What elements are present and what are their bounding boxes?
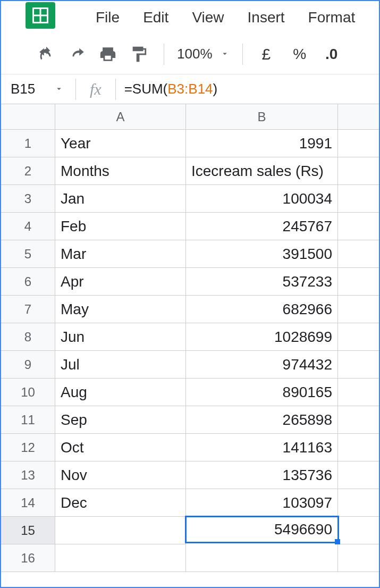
cell-C13[interactable] [338, 461, 379, 489]
row-header-4[interactable]: 4 [1, 213, 55, 240]
cell-B14[interactable]: 103097 [186, 489, 338, 517]
row-header-2[interactable]: 2 [1, 157, 55, 185]
cell-A3[interactable]: Jan [55, 185, 186, 213]
fx-label: fx [76, 80, 115, 98]
formula-bar: B15 fx =SUM(B3:B14) [1, 74, 379, 104]
cell-A16[interactable] [55, 544, 186, 572]
cell-A9[interactable]: Jul [55, 351, 186, 379]
percent-format-button[interactable]: % [282, 46, 317, 63]
cell-A8[interactable]: Jun [55, 323, 186, 351]
cell-A4[interactable]: Feb [55, 213, 186, 240]
cell-A6[interactable]: Apr [55, 268, 186, 296]
menu-insert[interactable]: Insert [238, 4, 294, 31]
cell-C11[interactable] [338, 406, 379, 434]
undo-icon [37, 45, 55, 63]
cell-C9[interactable] [338, 351, 379, 379]
cell-C4[interactable] [338, 213, 379, 240]
cell-B11[interactable]: 265898 [186, 406, 338, 434]
menu-items: File Edit View Insert Format [86, 4, 365, 31]
cell-A1[interactable]: Year [55, 130, 186, 157]
cell-C7[interactable] [338, 296, 379, 323]
row-header-8[interactable]: 8 [1, 323, 55, 351]
sheets-icon [31, 6, 50, 25]
row-header-11[interactable]: 11 [1, 406, 55, 434]
cell-B6[interactable]: 537233 [186, 268, 338, 296]
zoom-value: 100% [177, 46, 213, 62]
cell-B15[interactable]: 5496690 [185, 516, 339, 543]
menu-view[interactable]: View [182, 4, 233, 31]
toolbar-separator [242, 44, 243, 65]
menu-format[interactable]: Format [299, 4, 365, 31]
cell-C10[interactable] [338, 379, 379, 406]
menu-bar: File Edit View Insert Format [1, 1, 379, 34]
zoom-dropdown[interactable]: 100% [172, 46, 235, 62]
cell-A2[interactable]: Months [55, 157, 186, 185]
cell-C16[interactable] [338, 544, 379, 572]
row-header-12[interactable]: 12 [1, 434, 55, 461]
col-header-A[interactable]: A [55, 104, 186, 130]
row-header-7[interactable]: 7 [1, 296, 55, 323]
cell-A10[interactable]: Aug [55, 379, 186, 406]
col-header-C[interactable] [338, 104, 379, 130]
paint-format-icon [130, 45, 148, 63]
row-header-6[interactable]: 6 [1, 268, 55, 296]
cell-A5[interactable]: Mar [55, 240, 186, 268]
cell-B13[interactable]: 135736 [186, 461, 338, 489]
currency-format-button[interactable]: £ [250, 45, 283, 63]
toolbar: 100% £ % .0 [1, 34, 379, 74]
cell-C12[interactable] [338, 434, 379, 461]
formula-suffix: ) [213, 81, 218, 97]
cell-C8[interactable] [338, 323, 379, 351]
cell-reference: B15 [11, 81, 35, 97]
cell-B5[interactable]: 391500 [186, 240, 338, 268]
cell-B8[interactable]: 1028699 [186, 323, 338, 351]
col-header-B[interactable]: B [186, 104, 338, 130]
select-all-corner[interactable] [1, 104, 55, 130]
cell-B1[interactable]: 1991 [186, 130, 338, 157]
row-header-16[interactable]: 16 [1, 544, 55, 572]
cell-C6[interactable] [338, 268, 379, 296]
cell-B7[interactable]: 682966 [186, 296, 338, 323]
cell-C14[interactable] [338, 489, 379, 517]
menu-file[interactable]: File [86, 4, 129, 31]
cell-C15[interactable] [338, 517, 379, 544]
row-header-3[interactable]: 3 [1, 185, 55, 213]
cell-C2[interactable] [338, 157, 379, 185]
cell-A12[interactable]: Oct [55, 434, 186, 461]
row-header-9[interactable]: 9 [1, 351, 55, 379]
formula-prefix: =SUM( [124, 81, 168, 97]
cell-A7[interactable]: May [55, 296, 186, 323]
name-box[interactable]: B15 [1, 81, 75, 97]
row-header-13[interactable]: 13 [1, 461, 55, 489]
cell-C5[interactable] [338, 240, 379, 268]
cell-A11[interactable]: Sep [55, 406, 186, 434]
cell-B3[interactable]: 100034 [186, 185, 338, 213]
row-header-10[interactable]: 10 [1, 379, 55, 406]
cell-B16[interactable] [186, 544, 338, 572]
print-button[interactable] [95, 41, 121, 68]
row-header-15[interactable]: 15 [1, 517, 55, 544]
row-header-14[interactable]: 14 [1, 489, 55, 517]
row-header-5[interactable]: 5 [1, 240, 55, 268]
menu-edit[interactable]: Edit [133, 4, 178, 31]
cell-B10[interactable]: 890165 [186, 379, 338, 406]
cell-B9[interactable]: 974432 [186, 351, 338, 379]
cell-B12[interactable]: 141163 [186, 434, 338, 461]
paint-format-button[interactable] [125, 41, 152, 68]
cell-A14[interactable]: Dec [55, 489, 186, 517]
cell-B2[interactable]: Icecream sales (Rs) [186, 157, 338, 185]
formula-input[interactable]: =SUM(B3:B14) [116, 81, 218, 97]
undo-button[interactable] [33, 41, 60, 68]
cell-A15[interactable] [55, 517, 186, 544]
sheets-app-icon[interactable] [26, 2, 55, 29]
toolbar-separator [164, 44, 164, 65]
row-header-1[interactable]: 1 [1, 130, 55, 157]
decrease-decimal-button[interactable]: .0 [317, 46, 337, 63]
spreadsheet-grid: A B 1 Year 1991 2 Months Icecream sales … [1, 104, 379, 572]
cell-B4[interactable]: 245767 [186, 213, 338, 240]
cell-C1[interactable] [338, 130, 379, 157]
cell-C3[interactable] [338, 185, 379, 213]
redo-button[interactable] [64, 41, 90, 68]
chevron-down-icon [54, 81, 64, 97]
cell-A13[interactable]: Nov [55, 461, 186, 489]
